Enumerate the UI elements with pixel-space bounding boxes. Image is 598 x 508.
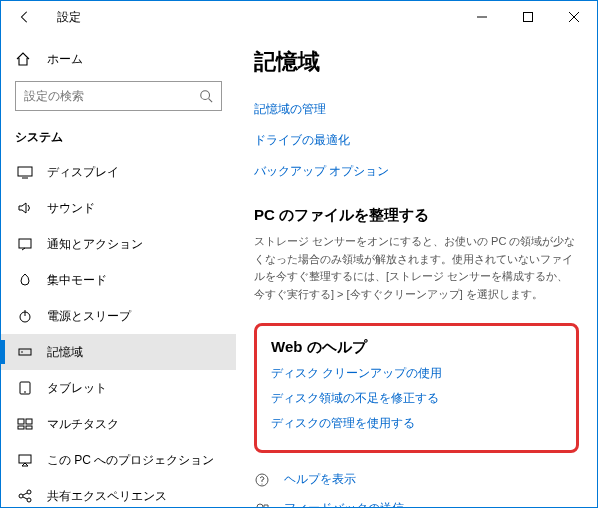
svg-point-21 [27, 490, 31, 494]
sidebar-item-label: この PC へのプロジェクション [47, 452, 214, 469]
svg-point-20 [19, 494, 23, 498]
help-link-disk-cleanup[interactable]: ディスク クリーンアップの使用 [271, 365, 562, 382]
sidebar-item-label: サウンド [47, 200, 95, 217]
back-button[interactable] [9, 1, 41, 33]
home-label: ホーム [47, 51, 83, 68]
svg-line-5 [209, 99, 213, 103]
web-help-box: Web のヘルプ ディスク クリーンアップの使用 ディスク領域の不足を修正する … [254, 323, 579, 453]
link-drive-optimize[interactable]: ドライブの最適化 [254, 132, 579, 149]
notification-icon [15, 236, 35, 252]
search-input[interactable] [24, 89, 199, 103]
svg-rect-18 [26, 426, 32, 429]
maximize-icon [523, 12, 533, 22]
sidebar-item-power[interactable]: 電源とスリープ [1, 298, 236, 334]
sidebar-item-label: マルチタスク [47, 416, 119, 433]
svg-line-24 [23, 497, 27, 499]
link-backup-options[interactable]: バックアップ オプション [254, 163, 579, 180]
organize-title: PC のファイルを整理する [254, 206, 579, 225]
share-icon [15, 488, 35, 504]
minimize-icon [477, 12, 487, 22]
svg-rect-16 [26, 419, 32, 424]
sidebar-item-label: 共有エクスペリエンス [47, 488, 167, 505]
organize-description: ストレージ センサーをオンにすると、お使いの PC の領域が少なくなった場合のみ… [254, 233, 579, 303]
link-storage-manage[interactable]: 記憶域の管理 [254, 101, 579, 118]
help-link-disk-management[interactable]: ディスクの管理を使用する [271, 415, 562, 432]
close-button[interactable] [551, 1, 597, 33]
link-show-help[interactable]: ヘルプを表示 [284, 471, 356, 488]
display-icon [15, 164, 35, 180]
arrow-left-icon [18, 10, 32, 24]
svg-rect-6 [18, 167, 32, 176]
sidebar-item-label: 通知とアクション [47, 236, 143, 253]
svg-rect-17 [18, 426, 24, 429]
sidebar-item-multitask[interactable]: マルチタスク [1, 406, 236, 442]
sidebar-item-sound[interactable]: サウンド [1, 190, 236, 226]
help-title: Web のヘルプ [271, 338, 562, 357]
close-icon [569, 12, 579, 22]
link-send-feedback[interactable]: フィードバックの送信 [284, 500, 404, 507]
sidebar-item-label: タブレット [47, 380, 107, 397]
storage-links: 記憶域の管理 ドライブの最適化 バックアップ オプション [254, 101, 579, 180]
home-link[interactable]: ホーム [1, 41, 236, 77]
multitask-icon [15, 416, 35, 432]
home-icon [15, 51, 35, 67]
sidebar-item-storage[interactable]: 記憶域 [1, 334, 236, 370]
page-title: 記憶域 [254, 47, 579, 77]
sound-icon [15, 200, 35, 216]
sidebar-item-shared[interactable]: 共有エクスペリエンス [1, 478, 236, 507]
group-label: システム [1, 119, 236, 154]
sidebar-item-focus[interactable]: 集中モード [1, 262, 236, 298]
power-icon [15, 308, 35, 324]
titlebar: 設定 [1, 1, 597, 33]
projection-icon [15, 452, 35, 468]
svg-rect-8 [19, 239, 31, 248]
storage-icon [15, 344, 35, 360]
sidebar-item-label: 集中モード [47, 272, 107, 289]
svg-point-26 [261, 483, 262, 484]
search-box[interactable] [15, 81, 222, 111]
svg-point-12 [21, 351, 23, 353]
svg-point-4 [201, 91, 210, 100]
maximize-button[interactable] [505, 1, 551, 33]
sidebar-item-display[interactable]: ディスプレイ [1, 154, 236, 190]
help-link-fix-low-disk[interactable]: ディスク領域の不足を修正する [271, 390, 562, 407]
sidebar-item-label: ディスプレイ [47, 164, 119, 181]
svg-rect-11 [19, 349, 31, 355]
svg-rect-15 [18, 419, 24, 424]
help-icon [254, 472, 274, 488]
svg-line-23 [23, 493, 27, 495]
minimize-button[interactable] [459, 1, 505, 33]
window-title: 設定 [57, 9, 81, 26]
svg-point-27 [257, 504, 263, 507]
sidebar-item-label: 電源とスリープ [47, 308, 131, 325]
sidebar-item-projection[interactable]: この PC へのプロジェクション [1, 442, 236, 478]
footer-links: ヘルプを表示 フィードバックの送信 [254, 471, 579, 507]
svg-rect-1 [524, 13, 533, 22]
svg-rect-19 [19, 455, 31, 463]
sidebar: ホーム システム ディスプレイ サウンド 通知とアクション 集中モード 電源とス… [1, 33, 236, 507]
feedback-icon [254, 501, 274, 507]
sidebar-item-tablet[interactable]: タブレット [1, 370, 236, 406]
search-icon [199, 89, 213, 103]
sidebar-item-notifications[interactable]: 通知とアクション [1, 226, 236, 262]
tablet-icon [15, 380, 35, 396]
sidebar-item-label: 記憶域 [47, 344, 83, 361]
focus-icon [15, 272, 35, 288]
window-controls [459, 1, 597, 33]
main-content: 記憶域 記憶域の管理 ドライブの最適化 バックアップ オプション PC のファイ… [236, 33, 597, 507]
svg-point-22 [27, 498, 31, 502]
